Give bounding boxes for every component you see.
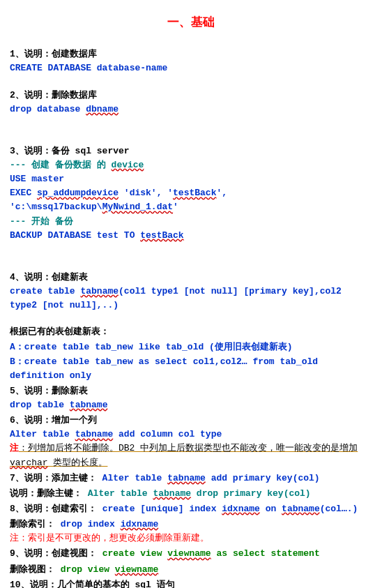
note-6: 注：列增加后将不能删除。DB2 中列加上后数据类型也不能改变，唯一能改变的是增加… <box>10 442 372 469</box>
t: drop primary key(col) <box>191 488 311 499</box>
tab: tabname <box>167 473 206 483</box>
tb: testBack <box>173 188 216 198</box>
heading-6: 6、说明：增加一个列 <box>10 414 372 428</box>
t: drop index <box>61 519 121 529</box>
page-title: 一、基础 <box>10 14 372 32</box>
vw: viewname <box>167 548 211 559</box>
tab: tabname <box>153 488 191 499</box>
heading-1: 1、说明：创建数据库 <box>10 47 372 61</box>
heading-3: 3、说明：备份 sql server <box>10 144 372 158</box>
lbl: 说明：删除主键： <box>10 488 88 499</box>
heading-9: 9、说明：创建视图： create view viewname as selec… <box>10 547 372 561</box>
code-4: create table tabname(col1 type1 [not nul… <box>10 285 372 312</box>
code-3-2: USE master <box>10 172 372 186</box>
code-4a: A：create table tab_new like tab_old (使用旧… <box>10 340 372 354</box>
heading-10: 10、说明：几个简单的基本的 sql 语句 <box>10 578 372 588</box>
heading-4: 4、说明：创建新表 <box>10 271 372 285</box>
fn: MyNwind_1.dat <box>102 202 173 212</box>
t: BACKUP DATABASE test TO <box>10 230 140 241</box>
device: device <box>112 160 144 170</box>
t: Alter table <box>88 488 153 499</box>
sp: sp_addumpdevice <box>37 188 119 198</box>
t: Alter table <box>10 429 75 439</box>
t: drop table <box>10 400 70 410</box>
lbl: 7、说明：添加主键： <box>10 473 102 483</box>
idx: idxname <box>222 504 260 514</box>
note-8: 注：索引是不可更改的，想更改必须删除重新建。 <box>10 532 372 545</box>
idx: idxname <box>121 519 159 529</box>
code-3-1: --- 创建 备份数据 的 device <box>10 158 372 172</box>
t: drop view <box>61 564 115 575</box>
t: Alter table <box>102 473 168 483</box>
t: create view <box>102 548 168 559</box>
tab: tabname <box>70 400 108 410</box>
heading-8: 8、说明：创建索引： create [unique] index idxname… <box>10 502 372 516</box>
dbname: dbname <box>86 104 119 114</box>
txt: --- 创建 备份数据 的 <box>10 160 112 170</box>
t: 'disk', ' <box>119 188 173 198</box>
heading-7: 7、说明：添加主键： Alter table tabname add prima… <box>10 472 372 485</box>
lbl: 8、说明：创建索引： <box>10 504 97 514</box>
lbl: 删除视图： <box>10 564 55 575</box>
t: ' <box>173 202 178 212</box>
t: as select statement <box>211 548 320 559</box>
heading-8b: 删除索引： drop index idxname <box>10 518 372 532</box>
code-3-4: --- 开始 备份 <box>10 215 372 229</box>
heading-5: 5、说明：删除新表 <box>10 384 372 398</box>
code-6: Alter table tabname add column col type <box>10 428 372 442</box>
t: EXEC <box>10 188 37 198</box>
t: on <box>260 504 282 514</box>
code-4b: B：create table tab_new as select col1,co… <box>10 355 372 383</box>
t: add column col type <box>113 429 222 439</box>
heading-2: 2、说明：删除数据库 <box>10 89 372 103</box>
tab: tabname <box>80 286 119 296</box>
lbl: 9、说明：创建视图： <box>10 548 97 559</box>
tb: testBack <box>140 230 183 241</box>
lbl: 删除索引： <box>10 519 55 529</box>
note-body: ：列增加后将不能删除。DB2 中列加上后数据类型也不能改变，唯一能改变的是增加 … <box>10 443 358 467</box>
tab: tabname <box>282 504 320 514</box>
tab: tabname <box>75 429 114 439</box>
para-4: 根据已有的表创建新表： <box>10 325 372 339</box>
code-3-3: EXEC sp_addumpdevice 'disk', 'testBack',… <box>10 186 372 214</box>
t: add primary key(col) <box>206 473 320 483</box>
heading-9b: 删除视图： drop view viewname <box>10 563 372 577</box>
code-5: drop table tabname <box>10 398 372 412</box>
vw: viewname <box>115 564 158 575</box>
t: create [unique] index <box>102 504 222 514</box>
t: (col….) <box>320 504 358 514</box>
txt: drop database <box>10 104 86 114</box>
t: create table <box>10 286 80 296</box>
note-label: 注 <box>10 443 19 453</box>
code-1: CREATE DATABASE database-name <box>10 61 372 75</box>
heading-7b: 说明：删除主键： Alter table tabname drop primar… <box>10 487 372 501</box>
code-3-5: BACKUP DATABASE test TO testBack <box>10 229 372 243</box>
code-2: drop database dbname <box>10 103 372 116</box>
